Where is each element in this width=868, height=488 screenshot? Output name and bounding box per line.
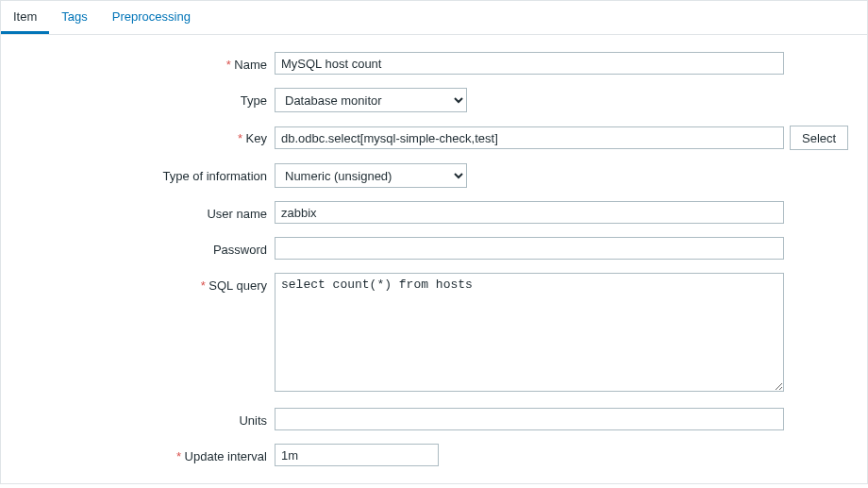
label-type: Type — [1, 88, 275, 108]
label-interval: Update interval — [1, 444, 275, 463]
select-button[interactable]: Select — [790, 126, 848, 150]
label-units: Units — [1, 408, 275, 428]
label-user: User name — [1, 201, 275, 221]
sql-textarea[interactable]: select count(*) from hosts — [275, 273, 784, 392]
label-sql: SQL query — [1, 273, 275, 293]
interval-input[interactable] — [275, 444, 439, 466]
label-key: Key — [1, 126, 275, 145]
user-input[interactable] — [275, 201, 784, 224]
password-input[interactable] — [275, 237, 784, 260]
item-form-panel: Item Tags Preprocessing Name Type Databa… — [0, 0, 868, 484]
name-input[interactable] — [275, 52, 784, 75]
tab-preprocessing[interactable]: Preprocessing — [100, 1, 203, 34]
tabs: Item Tags Preprocessing — [1, 1, 867, 35]
info-type-select[interactable]: Numeric (unsigned) — [275, 163, 467, 188]
tab-tags[interactable]: Tags — [49, 1, 99, 34]
type-select[interactable]: Database monitor — [275, 88, 467, 112]
key-input[interactable] — [275, 126, 784, 149]
units-input[interactable] — [275, 408, 784, 430]
label-password: Password — [1, 237, 275, 257]
tab-item[interactable]: Item — [1, 1, 49, 34]
label-name: Name — [1, 52, 275, 72]
label-info-type: Type of information — [1, 163, 275, 183]
form: Name Type Database monitor Key Select Ty… — [1, 35, 867, 483]
